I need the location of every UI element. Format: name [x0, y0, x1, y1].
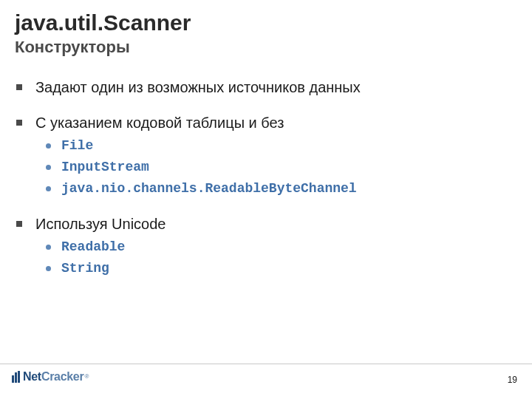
- bullet-item: Используя Unicode: [16, 214, 517, 233]
- dot-bullet-icon: [46, 165, 51, 170]
- sub-bullet-item: String: [46, 259, 517, 278]
- brand-suffix: Cracker: [41, 370, 84, 383]
- bullet-text: Используя Unicode: [35, 214, 166, 233]
- sub-bullet-text: File: [61, 137, 93, 155]
- sub-bullet-list: File InputStream java.nio.channels.Reada…: [46, 137, 517, 199]
- bullet-item: Задают один из возможных источников данн…: [16, 78, 517, 97]
- sub-bullet-item: Readable: [46, 238, 517, 256]
- registered-mark: ®: [84, 373, 89, 380]
- brand-name: NetCracker: [23, 370, 83, 383]
- sub-bullet-item: File: [46, 137, 517, 155]
- dot-bullet-icon: [46, 143, 51, 149]
- bullet-item: С указанием кодовой таблицы и без: [16, 113, 517, 132]
- sub-bullet-item: InputStream: [46, 158, 517, 177]
- slide-subtitle: Конструкторы: [15, 38, 517, 57]
- sub-bullet-text: InputStream: [61, 158, 149, 177]
- sub-bullet-text: Readable: [61, 238, 125, 256]
- bullet-text: С указанием кодовой таблицы и без: [35, 113, 284, 132]
- slide-body: Задают один из возможных источников данн…: [15, 78, 517, 279]
- slide: java.util.Scanner Конструкторы Задают од…: [0, 0, 532, 278]
- square-bullet-icon: [16, 84, 22, 90]
- bullet-text: Задают один из возможных источников данн…: [35, 78, 361, 97]
- sub-bullet-text: String: [61, 259, 109, 278]
- dot-bullet-icon: [46, 266, 51, 271]
- brand-mark-icon: [12, 371, 20, 383]
- square-bullet-icon: [16, 221, 22, 227]
- slide-title: java.util.Scanner: [15, 10, 517, 36]
- page-number: 19: [508, 375, 517, 385]
- sub-bullet-item: java.nio.channels.ReadableByteChannel: [46, 180, 517, 198]
- sub-bullet-text: java.nio.channels.ReadableByteChannel: [61, 180, 357, 198]
- dot-bullet-icon: [46, 186, 51, 191]
- brand-logo: NetCracker ®: [12, 370, 89, 383]
- sub-bullet-list: Readable String: [46, 238, 517, 278]
- square-bullet-icon: [16, 120, 22, 126]
- slide-footer: NetCracker ® 19: [0, 364, 532, 399]
- brand-prefix: Net: [23, 370, 41, 383]
- dot-bullet-icon: [46, 245, 51, 250]
